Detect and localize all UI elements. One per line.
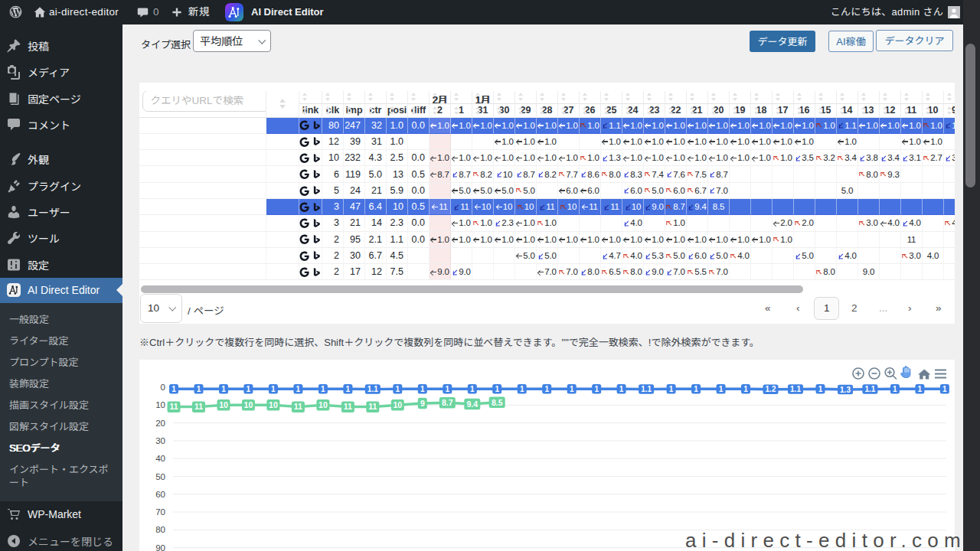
svg-text:1: 1 xyxy=(197,385,201,393)
svg-text:10: 10 xyxy=(219,400,228,409)
svg-text:1: 1 xyxy=(893,385,897,393)
svg-text:1: 1 xyxy=(396,385,400,393)
svg-text:10: 10 xyxy=(393,400,402,409)
svg-text:1: 1 xyxy=(296,385,301,393)
svg-text:1: 1 xyxy=(495,385,499,393)
svg-text:11: 11 xyxy=(169,402,178,411)
svg-text:1: 1 xyxy=(247,385,251,393)
svg-text:70: 70 xyxy=(155,507,165,517)
svg-text:1: 1 xyxy=(321,385,325,393)
svg-text:1: 1 xyxy=(520,385,524,393)
svg-text:20: 20 xyxy=(155,419,165,428)
svg-text:1: 1 xyxy=(818,385,823,393)
svg-text:1: 1 xyxy=(446,385,450,393)
svg-text:1: 1 xyxy=(942,385,947,393)
svg-text:8.7: 8.7 xyxy=(442,398,453,407)
svg-text:11: 11 xyxy=(294,402,302,411)
svg-text:30: 30 xyxy=(155,436,165,445)
svg-text:1.1: 1.1 xyxy=(790,385,801,393)
svg-text:9: 9 xyxy=(420,399,425,408)
svg-text:1: 1 xyxy=(221,385,226,393)
svg-text:10: 10 xyxy=(244,400,253,409)
svg-text:1: 1 xyxy=(669,385,674,393)
svg-text:40: 40 xyxy=(155,454,165,463)
svg-text:1: 1 xyxy=(544,385,549,393)
svg-text:1: 1 xyxy=(172,385,176,393)
svg-text:1: 1 xyxy=(918,385,923,393)
svg-text:11: 11 xyxy=(344,402,352,411)
svg-text:1: 1 xyxy=(570,385,574,393)
svg-text:1: 1 xyxy=(420,385,425,393)
svg-text:1: 1 xyxy=(619,385,624,393)
svg-text:1: 1 xyxy=(271,385,276,393)
svg-text:1.1: 1.1 xyxy=(368,385,378,393)
svg-text:1: 1 xyxy=(470,385,475,393)
svg-text:0: 0 xyxy=(161,383,165,392)
svg-text:1.1: 1.1 xyxy=(864,385,875,393)
svg-text:1: 1 xyxy=(719,385,724,393)
svg-text:1: 1 xyxy=(346,385,351,393)
svg-text:10: 10 xyxy=(318,400,328,409)
svg-text:1.3: 1.3 xyxy=(840,386,851,394)
svg-text:60: 60 xyxy=(155,490,165,499)
svg-text:10: 10 xyxy=(269,400,278,409)
svg-text:11: 11 xyxy=(194,402,203,411)
svg-text:1: 1 xyxy=(594,385,599,393)
svg-text:50: 50 xyxy=(155,472,165,481)
svg-text:1: 1 xyxy=(694,385,698,393)
svg-text:1: 1 xyxy=(743,385,748,393)
svg-text:1.1: 1.1 xyxy=(641,385,652,393)
svg-text:8.5: 8.5 xyxy=(492,398,503,407)
svg-text:10: 10 xyxy=(155,400,165,409)
svg-text:9.4: 9.4 xyxy=(466,399,478,409)
svg-text:1.2: 1.2 xyxy=(766,385,776,393)
svg-text:11: 11 xyxy=(368,402,377,411)
